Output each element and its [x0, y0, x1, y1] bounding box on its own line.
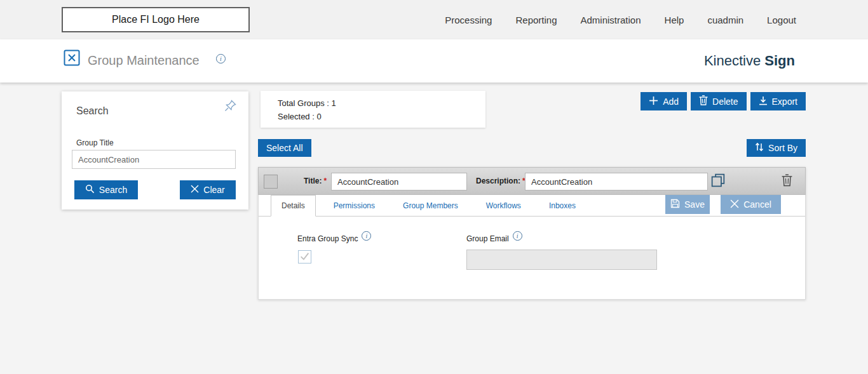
group-email-label-text: Group Email: [466, 234, 509, 243]
cancel-button[interactable]: Cancel: [721, 195, 781, 214]
toolbar: Add Delete: [641, 92, 806, 110]
entra-group-sync-label-text: Entra Group Sync: [297, 234, 358, 243]
entra-group-sync-label: Entra Group Sync i: [297, 234, 371, 243]
tab-details[interactable]: Details: [271, 195, 316, 217]
fi-logo-placeholder: Place FI Logo Here: [62, 7, 250, 32]
search-panel-title: Search: [76, 105, 109, 117]
select-all-button[interactable]: Select All: [258, 139, 311, 157]
plus-icon: [649, 96, 658, 107]
row-select-checkbox[interactable]: [264, 175, 278, 189]
download-icon: [759, 96, 768, 107]
group-title-label: Group Title: [76, 138, 114, 147]
brand-product: Sign: [764, 53, 795, 69]
required-asterisk: *: [323, 177, 327, 185]
sort-by-button[interactable]: Sort By: [747, 139, 806, 157]
tab-group-members[interactable]: Group Members: [393, 195, 468, 216]
search-button[interactable]: Search: [74, 180, 138, 199]
trash-icon: [782, 179, 792, 189]
add-button[interactable]: Add: [641, 92, 687, 110]
sort-icon: [755, 142, 764, 154]
tabs-bar: Details Permissions Group Members Workfl…: [259, 195, 805, 217]
export-button-label: Export: [772, 97, 797, 107]
floppy-icon: [670, 199, 680, 210]
nav-logout[interactable]: Logout: [767, 15, 796, 25]
clear-button[interactable]: Clear: [180, 180, 236, 199]
export-button[interactable]: Export: [750, 92, 806, 110]
group-title-input[interactable]: [72, 150, 236, 169]
delete-button[interactable]: Delete: [691, 92, 746, 110]
nav-processing[interactable]: Processing: [445, 15, 492, 25]
page-title-info-icon[interactable]: i: [216, 54, 226, 63]
top-nav: Processing Reporting Administration Help…: [445, 0, 796, 39]
group-email-info-icon[interactable]: i: [513, 231, 522, 241]
entra-group-sync-checkbox[interactable]: [298, 250, 311, 264]
row-description-label-text: Description:: [476, 177, 520, 185]
save-button[interactable]: Save: [665, 195, 710, 214]
check-icon: [300, 251, 309, 263]
x-icon: [730, 199, 739, 210]
group-email-label: Group Email i: [466, 234, 522, 243]
tab-workflows[interactable]: Workflows: [476, 195, 531, 216]
row-description-label: Description:*: [476, 177, 526, 185]
summary-panel: Total Groups : 1 Selected : 0: [261, 91, 485, 128]
pin-icon[interactable]: [223, 99, 237, 116]
fi-logo-text: Place FI Logo Here: [112, 14, 200, 25]
group-email-input: [466, 250, 657, 270]
entra-info-icon[interactable]: i: [362, 231, 371, 241]
top-bar: Place FI Logo Here Processing Reporting …: [0, 0, 868, 39]
search-panel: Search Group Title Search: [62, 91, 248, 210]
row-title-input[interactable]: [331, 173, 467, 190]
clear-button-label: Clear: [203, 185, 224, 195]
app-window: Place FI Logo Here Processing Reporting …: [0, 0, 868, 374]
search-icon: [85, 184, 95, 196]
selected-count-text: Selected : 0: [278, 110, 485, 123]
page-header: Group Maintenance i Kinective Sign: [0, 39, 868, 83]
total-groups-text: Total Groups : 1: [278, 97, 485, 110]
row-title-label: Title:*: [304, 177, 327, 185]
delete-button-label: Delete: [712, 97, 738, 107]
search-button-label: Search: [99, 185, 127, 195]
content-area: Search Group Title Search: [0, 83, 868, 374]
trash-icon: [699, 95, 708, 107]
nav-reporting[interactable]: Reporting: [515, 15, 557, 25]
x-icon: [191, 185, 199, 195]
select-all-label: Select All: [266, 143, 303, 153]
sort-by-label: Sort By: [768, 143, 797, 153]
nav-username[interactable]: cuadmin: [707, 15, 743, 25]
group-row-panel: Title:* Description:*: [258, 167, 806, 300]
group-detail-body: Details Permissions Group Members Workfl…: [258, 195, 806, 300]
page-title: Group Maintenance: [88, 53, 200, 68]
brand-name: Kinective: [704, 53, 761, 69]
nav-help[interactable]: Help: [665, 15, 684, 25]
copy-icon: [711, 180, 725, 189]
cancel-button-label: Cancel: [743, 199, 771, 210]
row-title-label-text: Title:: [304, 177, 322, 185]
copy-group-button[interactable]: [711, 173, 725, 189]
save-button-label: Save: [684, 199, 705, 210]
group-maintenance-icon: [64, 50, 80, 69]
add-button-label: Add: [663, 97, 679, 107]
tab-permissions[interactable]: Permissions: [323, 195, 385, 216]
nav-administration[interactable]: Administration: [581, 15, 641, 25]
row-description-input[interactable]: [525, 173, 708, 190]
brand-logo: Kinective Sign: [704, 53, 795, 69]
row-delete-button[interactable]: [782, 174, 792, 189]
tab-inboxes[interactable]: Inboxes: [539, 195, 586, 216]
group-row-header: Title:* Description:*: [258, 167, 806, 195]
